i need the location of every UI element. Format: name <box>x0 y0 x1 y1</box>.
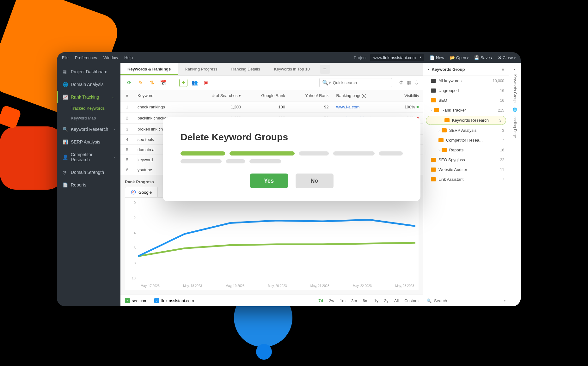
group-row[interactable]: ›Reports16 <box>423 145 509 155</box>
menu-window[interactable]: Window <box>103 55 118 60</box>
sidebar-item-strength[interactable]: ◔Domain Strength <box>57 166 120 179</box>
new-button[interactable]: 📄 New <box>430 55 444 60</box>
decor-blue-small <box>256 344 272 360</box>
group-row[interactable]: All keywords10,000 <box>423 76 509 86</box>
sidebar-label: Reports <box>71 182 86 187</box>
sidebar-item-reports[interactable]: 📄Reports <box>57 179 120 191</box>
app-window: File Preferences Window Help Project: ww… <box>57 52 521 306</box>
refresh-icon[interactable]: ⟳ <box>125 79 133 87</box>
search-icon: 🔍▾ <box>322 80 331 86</box>
sidebar-item-dashboard[interactable]: ▦Project Dashboard <box>57 65 120 78</box>
bars-icon: 📊 <box>63 139 68 144</box>
sidebar-label: Domain Analysis <box>71 82 104 87</box>
group-row[interactable]: SEO16 <box>423 95 509 105</box>
period-2w[interactable]: 2w <box>329 298 334 303</box>
save-button[interactable]: 💾 Save <box>474 55 492 60</box>
chart-tab-google[interactable]: G Google <box>125 187 158 197</box>
period-1y[interactable]: 1y <box>374 298 378 303</box>
group-row[interactable]: ›SERP Analysis3 <box>423 125 509 135</box>
period-Custom[interactable]: Custom <box>404 298 419 303</box>
col-page[interactable]: Ranking page(s) <box>333 90 392 101</box>
period-7d[interactable]: 7d <box>318 298 323 303</box>
tab-top10[interactable]: Keywords in Top 10 <box>267 63 317 75</box>
group-row[interactable]: Link Assistant7 <box>423 174 509 184</box>
col-searches[interactable]: # of Searches ▾ <box>194 90 245 101</box>
google-icon: G <box>131 190 136 195</box>
chart-svg <box>138 201 415 280</box>
legend-label: link-assistant.com <box>161 298 194 303</box>
sidebar-sub-tracked-keywords[interactable]: Tracked Keywords <box>57 103 120 113</box>
legend-seo[interactable]: ✓seo.com <box>125 298 147 303</box>
tool-icon-3[interactable]: ⇅ <box>148 79 156 87</box>
group-search-input[interactable] <box>434 298 501 303</box>
tool-icon-2[interactable]: ✎ <box>136 79 144 87</box>
strip-tab-landing[interactable]: Landing Page <box>513 114 517 138</box>
menu-preferences[interactable]: Preferences <box>75 55 97 60</box>
table-row[interactable]: 1check rankings1,20010092www.l-a.com100%… <box>120 101 423 113</box>
sidebar-item-domain-analysis[interactable]: 🌐Domain Analysis <box>57 78 120 91</box>
sidebar-label: Competitor Research <box>71 152 110 162</box>
tab-ranking-progress[interactable]: Ranking Progress <box>178 63 224 75</box>
strip-tab-keywords[interactable]: Keywords Group <box>513 74 517 102</box>
no-button[interactable]: No <box>296 174 334 188</box>
strip-globe-icon[interactable]: 🌐 <box>512 107 517 112</box>
quick-search-input[interactable] <box>333 80 389 85</box>
sidebar-item-serp[interactable]: 📊SERP Analysis <box>57 136 120 148</box>
keywords-group-header: ▪ Keywords Group » <box>423 63 509 76</box>
decor-orange-small <box>0 105 21 129</box>
menu-items: File Preferences Window Help <box>62 55 133 60</box>
sidebar-sub-keyword-map[interactable]: Keyword Map <box>57 113 120 123</box>
period-6m[interactable]: 6m <box>363 298 368 303</box>
period-All[interactable]: All <box>394 298 399 303</box>
folder-button-icon[interactable]: ▪ <box>504 298 505 303</box>
period-3y[interactable]: 3y <box>384 298 389 303</box>
group-row[interactable]: Ungrouped16 <box>423 86 509 95</box>
sidebar-label: Keyword Research <box>71 127 108 132</box>
checkbox-icon: ✓ <box>125 298 130 303</box>
close-button[interactable]: ✖ Close <box>498 55 516 60</box>
menu-help[interactable]: Help <box>124 55 133 60</box>
download-icon[interactable]: ⇩ <box>414 80 419 86</box>
period-1m[interactable]: 1m <box>340 298 346 303</box>
tab-ranking-details[interactable]: Ranking Details <box>224 63 267 75</box>
group-row[interactable]: Competitor Resea...7 <box>423 135 509 145</box>
col-google[interactable]: Google Rank <box>245 90 289 101</box>
add-button[interactable]: + <box>179 79 187 87</box>
gauge-icon: ◔ <box>63 170 68 175</box>
collapse-button[interactable]: » <box>502 67 504 72</box>
sidebar-item-rank-tracking[interactable]: 📈Rank Tracking⌄ <box>57 91 120 103</box>
open-button[interactable]: 📂 Open <box>450 55 469 60</box>
group-search[interactable]: 🔍 ▪ <box>423 295 509 306</box>
legend-linkassistant[interactable]: ✓link-assistant.com <box>154 298 194 303</box>
sidebar-item-competitor[interactable]: 👤Competitor Research› <box>57 148 120 166</box>
col-yahoo[interactable]: Yahoo! Rank <box>289 90 333 101</box>
strip-folder-icon[interactable]: ▪ <box>514 67 515 72</box>
quick-search[interactable]: 🔍▾ <box>319 78 392 87</box>
users-icon[interactable]: 👥 <box>191 79 199 87</box>
panel-title: Keywords Group <box>432 67 465 72</box>
group-row[interactable]: Website Auditor11 <box>423 165 509 174</box>
keywords-group-list: All keywords10,000Ungrouped16SEO16›Rank … <box>423 76 509 295</box>
add-tab-button[interactable]: + <box>320 65 330 74</box>
search-icon: 🔍 <box>63 127 68 132</box>
col-keyword[interactable]: Keyword <box>134 90 194 101</box>
grid-icon[interactable]: ▦ <box>407 80 411 86</box>
yes-button[interactable]: Yes <box>250 174 288 188</box>
x-axis: May, 17 2023May, 18 2023May, 19 2023May,… <box>141 284 414 288</box>
group-row[interactable]: ›Rank Tracker215 <box>423 105 509 115</box>
sidebar-label: SERP Analysis <box>71 139 100 144</box>
menu-file[interactable]: File <box>62 55 69 60</box>
group-row[interactable]: SEO Spyglass22 <box>423 155 509 165</box>
filter-icon[interactable]: ⚗ <box>399 80 403 86</box>
tab-keywords-rankings[interactable]: Keywords & Rankings <box>120 63 178 75</box>
tool-icon-6[interactable]: ▣ <box>202 79 210 87</box>
decor-red <box>0 126 63 190</box>
col-num[interactable]: # <box>120 90 134 101</box>
group-row[interactable]: ›Keywords Research3 <box>426 116 506 125</box>
sidebar-item-keyword-research[interactable]: 🔍Keyword Research› <box>57 123 120 136</box>
project-select[interactable]: www.link-assistant.com <box>370 54 424 61</box>
period-3m[interactable]: 3m <box>351 298 357 303</box>
legend-label: seo.com <box>132 298 147 303</box>
calendar-icon[interactable]: 📅 <box>159 79 167 87</box>
col-visibility[interactable]: Visibility <box>392 90 423 101</box>
